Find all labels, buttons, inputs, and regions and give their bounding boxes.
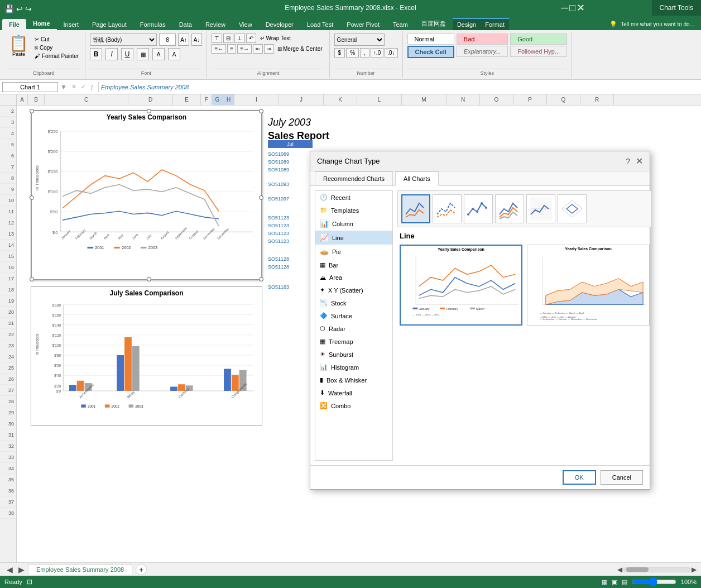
svg-point-77 — [476, 211, 478, 213]
column-icon: 📊 — [320, 219, 329, 228]
chart-type-combo[interactable]: 🔀Combo — [315, 399, 392, 412]
chart-type-surface[interactable]: 🔷Surface — [315, 309, 392, 322]
chart-type-histogram[interactable]: 📊Histogram — [315, 361, 392, 374]
chart-type-area[interactable]: ⛰Area — [315, 271, 392, 284]
area-icon: ⛰ — [320, 274, 326, 281]
chart-preview-2[interactable]: Yearly Sales Comparison — January — Febr… — [527, 245, 650, 326]
chart-type-templates[interactable]: 📁Templates — [315, 204, 392, 217]
chart-type-recent[interactable]: 🕐Recent — [315, 191, 392, 204]
subtype-line-6[interactable] — [558, 194, 587, 223]
chart-type-bar[interactable]: ▦Bar — [315, 259, 392, 271]
radar-icon: ⬡ — [320, 325, 325, 332]
svg-marker-82 — [562, 200, 582, 217]
chart-section-label: Line — [397, 227, 652, 242]
line-icon: 📈 — [320, 233, 329, 242]
subtype-line-2[interactable] — [433, 194, 462, 223]
chart-type-waterfall[interactable]: ⬇Waterfall — [315, 386, 392, 399]
chart-subtype-panel: Line Yearly Sales Comparison — [397, 190, 652, 461]
cancel-button[interactable]: Cancel — [601, 470, 643, 485]
subtype-line-5[interactable] — [526, 194, 555, 223]
dialog-title: Change Chart Type — [317, 157, 380, 165]
boxwhisker-icon: ▮ — [320, 376, 323, 384]
waterfall-icon: ⬇ — [320, 389, 325, 396]
dialog-overlay: Change Chart Type ? ✕ Recommended Charts… — [0, 0, 701, 588]
dialog-tab-all-charts[interactable]: All Charts — [395, 171, 439, 186]
chart-type-pie[interactable]: 🥧Pie — [315, 245, 392, 259]
svg-rect-86 — [413, 308, 418, 309]
line-subtype-3-icon — [467, 198, 489, 220]
svg-text:February: February — [446, 307, 458, 310]
change-chart-type-dialog: Change Chart Type ? ✕ Recommended Charts… — [310, 151, 650, 490]
line-subtype-1-icon — [405, 198, 427, 220]
svg-text:— 2001  — 2002  — 2003: — 2001 — 2002 — 2003 — [413, 313, 440, 316]
chart-subtype-row — [397, 190, 652, 227]
templates-icon: 📁 — [320, 207, 328, 214]
svg-rect-90 — [470, 308, 475, 309]
chart-type-radar[interactable]: ⬡Radar — [315, 322, 392, 335]
dialog-tab-recommended[interactable]: Recommended Charts — [315, 171, 393, 186]
svg-point-75 — [467, 213, 469, 216]
dialog-help-icon[interactable]: ? — [626, 157, 630, 166]
dialog-title-bar: Change Chart Type ? ✕ — [310, 151, 650, 171]
ok-button[interactable]: OK — [563, 470, 596, 485]
subtype-line-4[interactable] — [495, 194, 524, 223]
dialog-close-icon[interactable]: ✕ — [636, 156, 643, 166]
line-subtype-2-icon — [436, 198, 458, 220]
svg-text:— January  — February  — March: — January — February — March — April — [540, 312, 584, 314]
dialog-footer: OK Cancel — [310, 465, 650, 489]
svg-text:March: March — [476, 307, 484, 310]
recent-icon: 🕐 — [320, 194, 328, 201]
preview1-chart: January February March — 2001 — 2002 — 2… — [401, 253, 521, 320]
svg-point-76 — [472, 208, 474, 210]
svg-text:— September  — October  — Nove: — September — October — November — Decem… — [540, 318, 598, 321]
sunburst-icon: ☀ — [320, 351, 325, 358]
line-subtype-4-icon — [498, 198, 521, 220]
pie-icon: 🥧 — [320, 247, 329, 256]
chart-previews-row: Yearly Sales Comparison January — [397, 242, 652, 328]
bar-icon: ▦ — [320, 261, 325, 269]
histogram-icon: 📊 — [320, 364, 328, 371]
combo-icon: 🔀 — [320, 402, 328, 409]
chart-preview-1[interactable]: Yearly Sales Comparison January — [400, 245, 522, 326]
svg-point-78 — [481, 202, 483, 204]
subtype-line-3[interactable] — [464, 194, 493, 223]
chart-type-list: 🕐Recent 📁Templates 📊Column 📈Line 🥧Pie — [315, 190, 393, 461]
chart-type-line[interactable]: 📈Line — [315, 231, 392, 245]
surface-icon: 🔷 — [320, 312, 328, 319]
dialog-tabs: Recommended Charts All Charts — [310, 171, 650, 186]
chart-type-sunburst[interactable]: ☀Sunburst — [315, 348, 392, 361]
scatter-icon: ✦ — [320, 286, 325, 294]
svg-marker-83 — [566, 204, 578, 213]
chart-type-treemap[interactable]: ▦Treemap — [315, 335, 392, 348]
chart-type-boxwhisker[interactable]: ▮Box & Whisker — [315, 374, 392, 386]
chart-type-scatter[interactable]: ✦X Y (Scatter) — [315, 284, 392, 297]
svg-point-79 — [485, 207, 487, 209]
line-subtype-5-icon — [530, 198, 552, 220]
chart-type-stock[interactable]: 📉Stock — [315, 297, 392, 309]
dialog-body: 🕐Recent 📁Templates 📊Column 📈Line 🥧Pie — [310, 186, 650, 465]
preview2-title: Yearly Sales Comparison — [527, 245, 649, 252]
svg-text:January: January — [419, 307, 429, 310]
treemap-icon: ▦ — [320, 338, 325, 345]
chart-type-column[interactable]: 📊Column — [315, 217, 392, 231]
preview2-chart: — January — February — March — April — M… — [527, 252, 649, 321]
stock-icon: 📉 — [320, 299, 328, 307]
line-subtype-6-icon — [561, 198, 583, 220]
preview1-title: Yearly Sales Comparison — [401, 246, 521, 253]
svg-rect-88 — [440, 308, 445, 309]
subtype-line-1[interactable] — [401, 194, 430, 223]
